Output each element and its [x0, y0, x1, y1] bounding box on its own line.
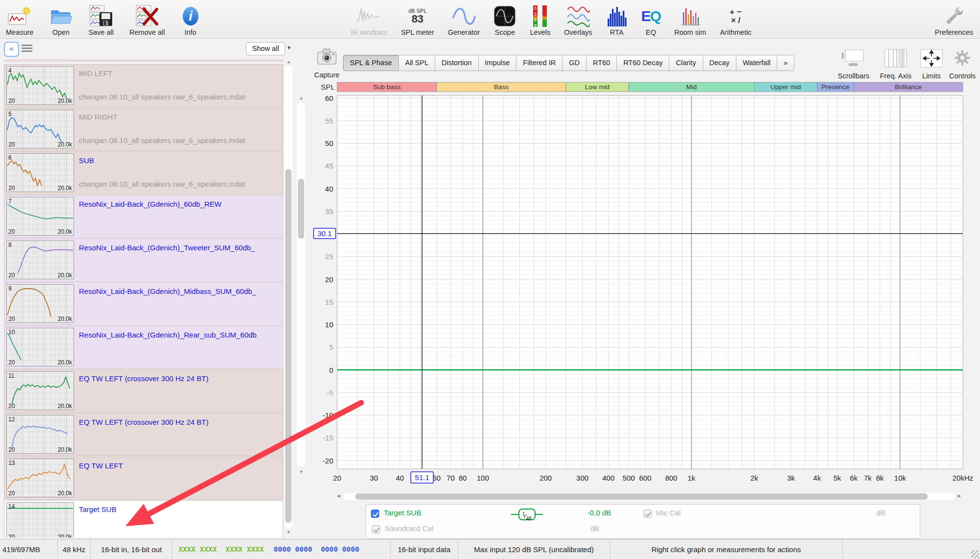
memory-status: 419/697MB [0, 539, 58, 559]
svg-text:-15: -15 [322, 434, 333, 442]
svg-text:30: 30 [370, 474, 378, 482]
rew-window: MeasureOpenSave allRemove alliInfo IR wi… [0, 0, 980, 559]
input-data-status: 16-bit input data [391, 539, 458, 559]
svg-text:400: 400 [602, 474, 614, 482]
svg-text:500: 500 [623, 474, 635, 482]
svg-text:60: 60 [325, 94, 333, 102]
svg-text:30.1: 30.1 [318, 229, 332, 238]
sample-rate-status: 48 kHz [58, 539, 91, 559]
svg-text:-20: -20 [322, 457, 333, 465]
svg-text:45: 45 [325, 162, 333, 170]
svg-text:Sub bass: Sub bass [373, 83, 401, 91]
svg-text:5k: 5k [833, 474, 841, 482]
svg-text:35: 35 [325, 207, 333, 216]
svg-text:Bass: Bass [494, 83, 509, 91]
svg-text:Upper mid: Upper mid [770, 83, 801, 91]
svg-text:60: 60 [433, 474, 441, 482]
svg-text:100: 100 [477, 474, 489, 482]
svg-text:20: 20 [325, 275, 333, 284]
svg-text:51.1: 51.1 [415, 473, 429, 482]
svg-text:4k: 4k [813, 474, 821, 482]
svg-text:Mid: Mid [686, 83, 697, 91]
svg-text:Presence: Presence [821, 83, 849, 91]
svg-text:300: 300 [576, 474, 588, 482]
smoothing-control[interactable]: 1⁄48 [511, 509, 543, 520]
svg-text:0: 0 [329, 366, 333, 374]
svg-text:8k: 8k [876, 474, 884, 482]
smoothing-line-right [536, 514, 543, 515]
svg-text:800: 800 [665, 474, 677, 482]
input-bits-status: XXXX XXXX XXXX XXXX 0000 0000 0000 0000 [172, 539, 391, 559]
svg-text:-10: -10 [322, 411, 333, 419]
status-bar: 419/697MB 48 kHz 16-bit in, 16-bit out X… [0, 539, 980, 559]
svg-text:6k: 6k [850, 474, 858, 482]
svg-text:20: 20 [333, 474, 342, 482]
status-spacer [843, 539, 980, 559]
svg-text:10: 10 [325, 320, 333, 329]
trace-name-label: Target SUB [384, 509, 421, 517]
svg-text:SPL: SPL [321, 83, 335, 91]
hint-status: Right click graph or measurements for ac… [610, 539, 843, 559]
trace-level-value: -0.0 dB [572, 509, 611, 517]
svg-text:200: 200 [539, 474, 552, 482]
svg-text:25: 25 [325, 252, 333, 261]
input-bits-zero: 0000 0000 0000 0000 [274, 545, 360, 553]
soundcard-cal-label: Soundcard Cal [385, 524, 433, 533]
trace-legend: Target SUB 1⁄48 -0.0 dB Mic Cal dB Sound… [366, 504, 920, 539]
soundcard-cal-unit: dB [570, 524, 599, 533]
smoothing-badge: 1⁄48 [518, 509, 536, 520]
svg-text:80: 80 [459, 474, 467, 482]
svg-text:20kHz: 20kHz [953, 474, 974, 482]
svg-text:-5: -5 [327, 389, 333, 397]
target-sub-checkbox[interactable] [371, 510, 379, 518]
svg-text:Brilliance: Brilliance [895, 83, 922, 91]
svg-text:70: 70 [446, 474, 455, 482]
svg-text:10k: 10k [894, 474, 906, 482]
svg-text:40: 40 [396, 474, 404, 482]
resize-grip-icon[interactable] [971, 550, 979, 558]
svg-text:15: 15 [325, 298, 333, 306]
svg-text:1k: 1k [687, 474, 695, 482]
mic-cal-unit: dB [856, 509, 885, 517]
svg-text:50: 50 [325, 139, 333, 147]
svg-text:55: 55 [325, 117, 333, 125]
svg-text:40: 40 [325, 185, 333, 193]
svg-text:2k: 2k [750, 474, 758, 482]
input-bits-unused: XXXX XXXX XXXX XXXX [178, 545, 264, 553]
svg-text:3k: 3k [787, 474, 795, 482]
svg-text:Low mid: Low mid [585, 83, 610, 91]
smoothing-line-left [511, 514, 518, 515]
svg-text:600: 600 [639, 474, 651, 482]
svg-text:7k: 7k [864, 474, 872, 482]
mic-cal-label: Mic Cal [656, 509, 681, 517]
spl-phase-chart[interactable]: SPLSub bassBassLow midMidUpper midPresen… [0, 0, 980, 559]
max-input-status: Max input 120 dB SPL (uncalibrated) [458, 539, 610, 559]
bit-depth-status: 16-bit in, 16-bit out [91, 539, 172, 559]
svg-text:5: 5 [329, 343, 333, 351]
soundcard-cal-checkbox[interactable] [372, 525, 380, 534]
mic-cal-checkbox[interactable] [643, 510, 652, 518]
